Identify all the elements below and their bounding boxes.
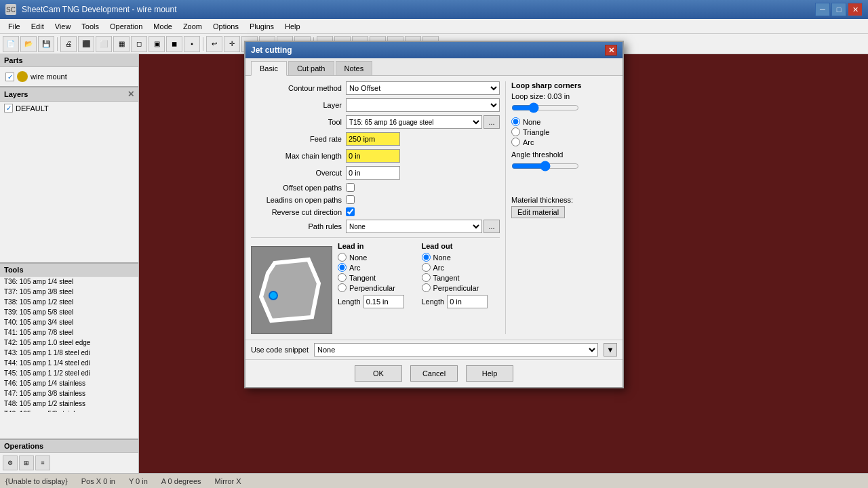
toolbar-b2[interactable]: ⬜ <box>96 36 112 52</box>
ok-button[interactable]: OK <box>355 365 402 382</box>
feed-rate-row: Feed rate <box>251 132 500 146</box>
edit-material-button[interactable]: Edit material <box>511 206 565 218</box>
list-item[interactable]: T38: 105 amp 1/2 steel <box>0 297 138 307</box>
layer-item[interactable]: ✓ DEFAULT <box>0 102 138 115</box>
overcut-input[interactable] <box>346 166 400 180</box>
dialog-close-button[interactable]: ✕ <box>605 45 617 56</box>
corner-none-radio[interactable] <box>511 117 520 126</box>
checkmark-icon: ✓ <box>7 73 13 81</box>
lead-in-none-radio[interactable] <box>338 253 347 262</box>
angle-threshold-slider-row <box>511 161 617 171</box>
lead-in-perpendicular-radio[interactable] <box>338 283 347 292</box>
list-item[interactable]: T41: 105 amp 7/8 steel <box>0 327 138 338</box>
max-chain-length-input[interactable] <box>346 149 400 163</box>
layer-checkbox[interactable]: ✓ <box>4 104 13 113</box>
op-icon-1[interactable]: ⚙ <box>3 455 18 470</box>
toolbar-print[interactable]: 🖨 <box>60 36 77 52</box>
help-button[interactable]: Help <box>466 365 513 382</box>
loop-size-slider[interactable] <box>511 102 579 113</box>
lead-out-none-radio[interactable] <box>422 253 431 262</box>
toolbar-new[interactable]: 📄 <box>3 36 19 52</box>
list-item[interactable]: T39: 105 amp 5/8 steel <box>0 307 138 317</box>
part-checkbox[interactable]: ✓ <box>5 73 14 81</box>
toolbar-c1[interactable]: ✛ <box>224 36 240 52</box>
list-item[interactable]: T40: 105 amp 3/4 steel <box>0 317 138 327</box>
lead-in-arc-radio[interactable] <box>338 263 347 272</box>
close-button[interactable]: ✕ <box>848 3 863 16</box>
menu-help[interactable]: Help <box>279 21 306 32</box>
tools-section: Tools T36: 105 amp 1/4 steel T37: 105 am… <box>0 262 138 439</box>
dialog-content: Contour method No Offset Inside Outside … <box>245 76 623 340</box>
toolbar-open[interactable]: 📂 <box>20 36 37 52</box>
parts-title: Parts <box>4 56 23 64</box>
cancel-button[interactable]: Cancel <box>410 365 458 382</box>
menu-view[interactable]: View <box>50 21 77 32</box>
toolbar-b3[interactable]: ▦ <box>113 36 130 52</box>
toolbar-b5[interactable]: ▣ <box>149 36 165 52</box>
list-item[interactable]: T49: 105 amp 5/8 stainless <box>0 409 138 412</box>
lead-out-arc-radio[interactable] <box>422 263 431 272</box>
reverse-cut-checkbox[interactable] <box>346 207 355 216</box>
layer-select[interactable] <box>346 98 500 112</box>
contour-method-select[interactable]: No Offset Inside Outside On Line <box>346 81 500 95</box>
part-item[interactable]: ✓ wire mount <box>3 70 136 83</box>
menu-file[interactable]: File <box>3 21 26 32</box>
menu-operation[interactable]: Operation <box>104 21 148 32</box>
list-item[interactable]: T46: 105 amp 1/4 stainless <box>0 378 138 388</box>
op-icon-2[interactable]: ⊞ <box>19 455 34 470</box>
snippet-select[interactable]: None <box>314 343 598 357</box>
snippet-dots-button[interactable]: ▼ <box>604 343 617 357</box>
list-item[interactable]: T44: 105 amp 1 1/4 steel edi <box>0 358 138 368</box>
toolbar-undo[interactable]: ↩ <box>206 36 222 52</box>
lead-out-length-input[interactable] <box>447 295 488 308</box>
tab-cut-path[interactable]: Cut path <box>288 61 334 75</box>
list-item[interactable]: T37: 105 amp 3/8 steel <box>0 287 138 297</box>
minimize-button[interactable]: ─ <box>815 3 830 16</box>
layer-check-icon: ✓ <box>6 104 12 112</box>
path-rules-dots-button[interactable]: ... <box>484 220 500 233</box>
toolbar-b1[interactable]: ⬛ <box>78 36 94 52</box>
path-rules-select[interactable]: None <box>346 220 482 233</box>
lead-in-tangent-radio[interactable] <box>338 273 347 282</box>
lead-out-perpendicular-label: Perpendicular <box>433 284 479 292</box>
part-label: wire mount <box>31 73 67 81</box>
angle-threshold-slider[interactable] <box>511 161 579 171</box>
offset-open-paths-checkbox[interactable] <box>346 183 355 192</box>
toolbar-save[interactable]: 💾 <box>38 36 54 52</box>
lead-in-length-input[interactable] <box>363 295 404 308</box>
dialog-form: Contour method No Offset Inside Outside … <box>251 81 500 334</box>
lead-out-perpendicular-radio[interactable] <box>422 283 431 292</box>
menu-options[interactable]: Options <box>208 21 244 32</box>
menu-tools[interactable]: Tools <box>76 21 104 32</box>
corner-arc-radio[interactable] <box>511 138 520 146</box>
toolbar-b7[interactable]: ▪ <box>184 36 200 52</box>
list-item[interactable]: T45: 105 amp 1 1/2 steel edi <box>0 368 138 378</box>
maximize-button[interactable]: □ <box>831 3 846 16</box>
tool-dots-button[interactable]: ... <box>484 115 500 129</box>
list-item[interactable]: T43: 105 amp 1 1/8 steel edi <box>0 348 138 358</box>
menu-zoom[interactable]: Zoom <box>178 21 208 32</box>
operations-panel-header: Operations <box>0 440 138 453</box>
angle-threshold-label: Angle threshold <box>511 150 617 159</box>
corner-triangle-radio[interactable] <box>511 127 520 136</box>
toolbar-b4[interactable]: ◻ <box>131 36 147 52</box>
lead-out-perp-row: Perpendicular <box>422 283 500 292</box>
menu-plugins[interactable]: Plugins <box>244 21 279 32</box>
leadins-open-paths-checkbox[interactable] <box>346 195 355 204</box>
menu-edit[interactable]: Edit <box>26 21 50 32</box>
menu-mode[interactable]: Mode <box>148 21 178 32</box>
dialog-title-bar: Jet cutting ✕ <box>245 42 623 58</box>
op-icon-3[interactable]: ≡ <box>35 455 50 470</box>
list-item[interactable]: T47: 105 amp 3/8 stainless <box>0 388 138 399</box>
list-item[interactable]: T48: 105 amp 1/2 stainless <box>0 399 138 409</box>
lead-out-tangent-radio[interactable] <box>422 273 431 282</box>
tab-basic[interactable]: Basic <box>251 61 287 76</box>
feed-rate-input[interactable] <box>346 132 400 146</box>
layers-close-icon[interactable]: ✕ <box>127 89 134 99</box>
list-item[interactable]: T36: 105 amp 1/4 steel <box>0 277 138 287</box>
list-item[interactable]: T42: 105 amp 1.0 steel edge <box>0 338 138 348</box>
toolbar-b6[interactable]: ◼ <box>166 36 182 52</box>
loop-sharp-corners-title: Loop sharp corners <box>511 81 617 89</box>
tool-select[interactable]: T15: 65 amp 16 guage steel <box>346 115 482 129</box>
tab-notes[interactable]: Notes <box>336 61 373 75</box>
